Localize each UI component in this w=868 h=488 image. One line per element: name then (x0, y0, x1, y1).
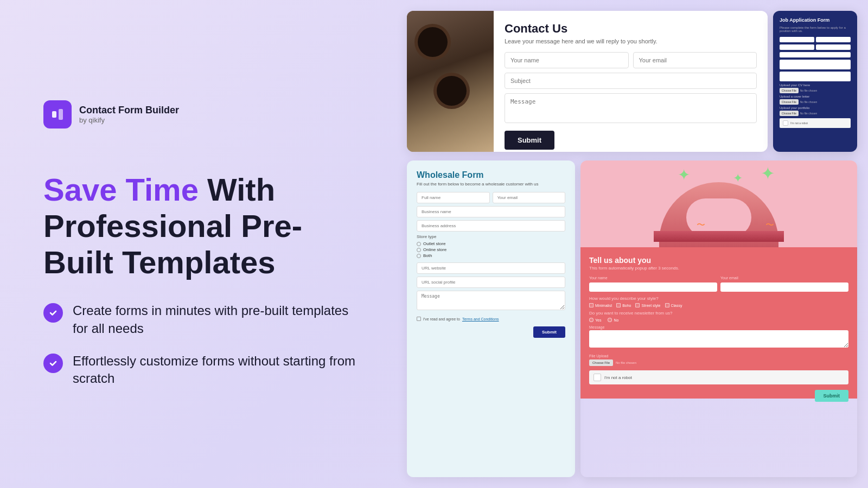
wholesale-message-input[interactable] (417, 291, 565, 310)
wholesale-url-social-input[interactable] (417, 277, 565, 288)
contact-us-card: Contact Us Leave your message here and w… (407, 11, 768, 152)
radio-online-circle[interactable] (417, 248, 421, 252)
checkbox-classy-box[interactable] (665, 303, 669, 307)
feature-text-2: Effortlessly customize forms without sta… (73, 352, 363, 388)
tell-captcha-text: I'm not a robot (604, 375, 632, 380)
checkbox-minimalist: Minimalist (589, 303, 612, 307)
contact-form-title: Contact Us (505, 22, 757, 36)
left-section: Contact Form Builder by qikify Save Time… (0, 0, 407, 488)
contact-form-subtitle: Leave your message here and we will repl… (505, 38, 757, 44)
file-upload-row: Choose File No file chosen (589, 359, 848, 366)
job-experience-field[interactable] (780, 72, 851, 81)
job-letter-label: Upload a cover letter (780, 95, 851, 98)
contact-message-input[interactable] (505, 93, 757, 123)
coffee-photo (407, 11, 494, 152)
radio-outlet-circle[interactable] (417, 242, 421, 246)
contact-submit-button[interactable]: Submit (505, 131, 554, 150)
job-phone-field[interactable] (780, 44, 814, 50)
radio-online-label: Online store (423, 247, 446, 252)
newsletter-no: No (608, 318, 618, 322)
radio-both-circle[interactable] (417, 254, 421, 258)
job-recaptcha-checkbox[interactable] (783, 120, 788, 126)
svg-rect-1 (59, 109, 63, 120)
tell-captcha-checkbox[interactable] (593, 374, 601, 381)
contact-name-input[interactable] (505, 52, 629, 68)
wholesale-email-input[interactable] (493, 192, 566, 203)
tell-name-email-row: Your name Your email (589, 276, 848, 292)
job-portfolio-choose-btn[interactable]: Choose File (780, 111, 799, 116)
checkbox-boho: Boho (616, 303, 631, 307)
tail-right: 〜 (765, 220, 774, 231)
wholesale-submit-button[interactable]: Submit (533, 326, 565, 338)
checkbox-classy-label: Classy (671, 304, 682, 307)
store-type-label: Store type (417, 234, 565, 239)
tell-name-col: Your name (589, 276, 717, 292)
job-address-field[interactable] (780, 52, 851, 57)
job-name-field[interactable] (780, 37, 814, 42)
tell-email-col: Your email (720, 276, 848, 292)
terms-checkbox[interactable] (417, 317, 421, 321)
donut-base (654, 231, 784, 242)
contact-email-input[interactable] (633, 52, 757, 68)
newsletter-yes: Yes (589, 318, 601, 322)
checkbox-boho-box[interactable] (616, 303, 621, 307)
tell-us-decoration: ✦ ✦ ✦ 〜 〜 (580, 160, 857, 247)
wholesale-fullname-input[interactable] (417, 192, 490, 203)
tell-message-input[interactable] (589, 330, 848, 348)
contact-subject-input[interactable] (505, 73, 757, 89)
job-letter-choose-btn[interactable]: Choose File (780, 99, 799, 105)
wholesale-title: Wholesale Form (417, 170, 565, 180)
check-icon-2 (43, 354, 63, 373)
contact-name-email-row (505, 52, 757, 68)
star-deco-2: ✦ (733, 171, 743, 185)
tail-left: 〜 (697, 220, 705, 231)
right-section: Contact Us Leave your message here and w… (407, 0, 868, 488)
wholesale-subtitle: Fill out the form below to become a whol… (417, 182, 565, 187)
job-education-field[interactable] (780, 60, 851, 69)
job-recaptcha: I'm not a robot (780, 118, 851, 128)
job-portfolio-row: Choose File No file chosen (780, 111, 851, 116)
terms-link[interactable]: Terms and Conditions (462, 317, 499, 321)
checkbox-street: Street style (635, 303, 660, 307)
newsletter-no-circle[interactable] (608, 318, 612, 322)
newsletter-radio-group: Yes No (589, 318, 848, 322)
logo-text: Contact Form Builder by qikify (79, 105, 179, 124)
file-upload-label: File Upload (589, 354, 848, 358)
radio-both: Both (417, 253, 565, 258)
job-cv-no-file: No file chosen (800, 89, 818, 92)
job-cv-choose-btn[interactable]: Choose File (780, 88, 799, 93)
tell-choose-file-btn[interactable]: Choose File (589, 359, 613, 366)
wholesale-business-name-input[interactable] (417, 206, 565, 217)
style-question-label: How would you describe your style? (589, 296, 848, 301)
wholesale-url-website-input[interactable] (417, 262, 565, 274)
feature-text-1: Create forms in minutes with pre-built t… (73, 302, 363, 337)
job-email-field[interactable] (816, 37, 851, 42)
checkbox-classy: Classy (665, 303, 682, 307)
checkbox-street-box[interactable] (635, 303, 640, 307)
job-letter-upload: Upload a cover letter Choose File No fil… (780, 95, 851, 105)
tell-email-input[interactable] (720, 282, 848, 292)
logo-subtitle: by qikify (79, 116, 179, 124)
wholesale-form-card: Wholesale Form Fill out the form below t… (407, 160, 575, 477)
job-portfolio-upload: Upload your portfolio Choose File No fil… (780, 106, 851, 116)
terms-row: I've read and agree to Terms and Conditi… (417, 317, 565, 321)
job-dob-field[interactable] (816, 44, 851, 50)
tell-us-title: Tell us about you (589, 256, 848, 265)
tell-submit-button[interactable]: Submit (815, 390, 849, 402)
radio-outlet: Outlet store (417, 241, 565, 246)
features-list: Create forms in minutes with pre-built t… (43, 302, 363, 388)
tell-no-file-text: No file chosen (616, 361, 636, 364)
tell-name-input[interactable] (589, 282, 717, 292)
bottom-row: Wholesale Form Fill out the form below t… (407, 160, 857, 477)
check-icon-1 (43, 303, 63, 323)
checkbox-minimalist-label: Minimalist (595, 304, 612, 307)
job-portfolio-no-file: No file chosen (800, 112, 818, 115)
headline-highlight: Save Time (43, 172, 199, 207)
job-cv-label: Upload your CV here (780, 84, 851, 87)
app-logo-icon (43, 100, 72, 129)
checkbox-boho-label: Boho (622, 304, 631, 307)
job-recaptcha-text: I'm not a robot (790, 121, 808, 125)
newsletter-yes-circle[interactable] (589, 318, 593, 322)
wholesale-business-address-input[interactable] (417, 220, 565, 232)
checkbox-minimalist-box[interactable] (589, 303, 593, 307)
